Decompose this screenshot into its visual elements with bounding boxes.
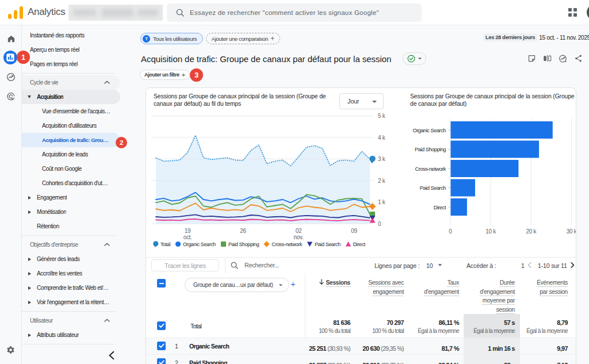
chevron-down-icon [372, 101, 377, 103]
global-search[interactable]: Essayez de rechercher "comment activer l… [167, 3, 422, 22]
expand-triangle-icon[interactable] [28, 210, 31, 214]
bar-paid-shopping[interactable] [451, 141, 540, 158]
sidebar-item-accro-tre-les-ventes[interactable]: Accroître les ventes [22, 266, 120, 281]
apps-grid-icon[interactable] [568, 8, 577, 17]
report-status-dropdown[interactable] [403, 52, 426, 65]
column-header-taux-d-engagement[interactable]: Taux d'engagement [422, 278, 459, 296]
bar-paid-search[interactable] [451, 179, 476, 197]
sidebar-item-engagement[interactable]: Engagement [22, 190, 120, 205]
x-axis-label: 09 [351, 228, 357, 234]
goto-page-value[interactable]: 1 [521, 262, 525, 269]
y-axis-label: 5 k [378, 113, 386, 119]
insights-icon[interactable] [559, 54, 567, 63]
chevron-up-icon[interactable] [104, 243, 110, 246]
sidebar-item-acquisition-de-trafic-grou[interactable]: Acquisition de trafic: Grou… [22, 133, 120, 147]
add-column-button[interactable]: + [290, 279, 296, 289]
account-avatar[interactable] [587, 5, 589, 20]
column-header--v-nements-par-session[interactable]: Événements par session [533, 278, 568, 296]
table-search-icon [231, 262, 238, 269]
add-comparison-chip[interactable]: Ajouter une comparaison + [206, 33, 280, 44]
expand-triangle-icon[interactable] [28, 334, 31, 337]
gear-icon[interactable] [6, 346, 15, 357]
chevron-up-icon[interactable] [104, 81, 110, 84]
chevron-down-icon [418, 58, 422, 59]
sidebar-item-instantan-des-rapports[interactable]: Instantané des rapports [22, 28, 120, 43]
table-row-organic-search[interactable]: 1Organic Search25 251 (30,93 %)20 630 (2… [146, 338, 576, 354]
legend-item-paid-search[interactable]: Paid Search [307, 241, 341, 247]
sidebar-item-acquisition-d-utilisateurs[interactable]: Acquisition d'utilisateurs [22, 118, 120, 133]
notes-icon[interactable] [527, 54, 536, 63]
date-range-selector[interactable]: Les 28 derniers jours 15 oct. - 11 nov. … [483, 33, 589, 41]
row-checkbox[interactable] [157, 321, 166, 330]
advertising-icon[interactable] [0, 92, 22, 101]
google-analytics-logo [8, 6, 23, 19]
plot-rows-button[interactable]: Tracer les lignes [151, 259, 219, 271]
sidebar-item-label: Acquisition d'utilisateurs [42, 122, 97, 129]
notification-badge-2: 2 [116, 137, 127, 148]
expand-triangle-icon[interactable] [28, 196, 31, 200]
column-header-sessions-avec-engagement[interactable]: Sessions avec engagement [364, 278, 404, 296]
dimension-selector[interactable]: Groupe de canau…ux par défaut) [185, 278, 289, 292]
expand-triangle-icon[interactable] [28, 258, 31, 261]
column-header-dur-e-d-engagement-moyenne-par-session[interactable]: Durée d'engagement moyenne par session [478, 278, 515, 314]
page-title: Acquisition de trafic: Groupe de canaux … [141, 54, 391, 64]
legend-item-total[interactable]: Total [152, 241, 170, 247]
sidebar-section-objectifs-d-entreprise[interactable]: Objectifs d'entreprise [22, 237, 120, 252]
property-selector-redacted[interactable] [68, 5, 163, 21]
sidebar-item-voir-l-engagement-et-la-r-tent[interactable]: Voir l'engagement et la rétent… [22, 295, 120, 309]
sidebar-item-mon-tisation[interactable]: Monétisation [22, 205, 120, 219]
expand-triangle-icon[interactable] [28, 301, 31, 304]
all-users-chip[interactable]: T Tous les utilisateurs [140, 33, 203, 44]
home-icon[interactable] [0, 35, 22, 43]
sidebar-item-g-n-rer-des-leads[interactable]: Générer des leads [22, 252, 120, 266]
expand-triangle-icon[interactable] [28, 272, 31, 275]
sidebar-item-attributs-utilisateur[interactable]: Attributs utilisateur [22, 328, 120, 342]
sidebar-item-label: Coût non Google [42, 166, 82, 172]
sidebar-section-utilisateur[interactable]: Utilisateur [22, 313, 120, 328]
sessions-line-chart[interactable]: 01 k2 k3 k4 k5 k19oct.2602nov.09 [146, 111, 393, 241]
row-checkbox[interactable] [157, 358, 166, 364]
legend-item-organic-search[interactable]: Organic Search [175, 241, 216, 247]
sidebar-item-comprendre-le-trafic-web-et[interactable]: Comprendre le trafic Web et/… [22, 281, 120, 295]
collapse-triangle-icon[interactable] [28, 95, 31, 98]
all-users-chip-avatar: T [143, 35, 150, 43]
sidebar-item-co-t-non-google[interactable]: Coût non Google [22, 162, 120, 176]
legend-item-paid-shopping[interactable]: Paid Shopping [220, 241, 259, 247]
sidebar-item-vue-d-ensemble-de-l-acquis[interactable]: Vue d'ensemble de l'acquis… [22, 104, 120, 118]
sidebar-item-acquisition[interactable]: Acquisition [22, 90, 120, 104]
add-filter-button[interactable]: Ajouter un filtre + [140, 70, 190, 80]
table-row-paid-shopping[interactable]: 2Paid Shopping21 887 (26,81 %)20 210 (28… [146, 354, 576, 364]
legend-item-direct[interactable]: Direct [345, 241, 365, 247]
sidebar-section-cycle-de-vie[interactable]: Cycle de vie [22, 75, 120, 90]
reports-icon[interactable] [3, 51, 17, 64]
row-checkbox[interactable] [157, 342, 166, 350]
date-range-preset: Les 28 derniers jours [483, 33, 537, 41]
ab-compare-icon[interactable] [543, 54, 552, 63]
previous-page-icon[interactable] [526, 262, 533, 269]
bar-direct[interactable] [451, 198, 467, 216]
next-page-icon[interactable] [569, 262, 576, 269]
verified-check-icon [407, 55, 415, 63]
sidebar-item-cohortes-d-acquisition-d-ut[interactable]: Cohortes d'acquisition d'ut… [22, 176, 120, 190]
share-icon[interactable] [574, 54, 583, 63]
legend-item-cross-network[interactable]: Cross-network [263, 241, 302, 247]
sidebar-item-pages-en-temps-r-el[interactable]: Pages en temps réel [22, 57, 120, 71]
table-search-input[interactable]: Rechercher... [244, 262, 279, 269]
expand-triangle-icon[interactable] [28, 286, 31, 290]
collapse-sidebar-icon[interactable] [107, 351, 116, 360]
select-all-checkbox[interactable] [157, 279, 166, 288]
sidebar-item-r-tention[interactable]: Rétention [22, 219, 120, 233]
column-header-sessions[interactable]: Sessions [308, 278, 350, 288]
granularity-select[interactable]: Jour [339, 93, 384, 109]
sessions-bar-chart[interactable]: 010 k20 k30 kOrganic SearchPaid Shopping… [402, 111, 576, 241]
bar-organic-search[interactable] [451, 121, 553, 139]
explore-icon[interactable] [0, 72, 22, 82]
bar-cross-network[interactable] [451, 160, 519, 177]
sidebar-item-aper-u-en-temps-r-el[interactable]: Aperçu en temps réel [22, 43, 120, 57]
sidebar-item-acquisition-de-leads[interactable]: Acquisition de leads [22, 147, 120, 162]
chevron-down-icon[interactable] [438, 264, 442, 266]
row-cell: 21 887 (26,81 %) [309, 359, 350, 364]
sidebar-item-label: Rétention [37, 223, 59, 229]
rows-per-page-value[interactable]: 10 [426, 262, 433, 269]
chevron-up-icon[interactable] [104, 319, 110, 322]
